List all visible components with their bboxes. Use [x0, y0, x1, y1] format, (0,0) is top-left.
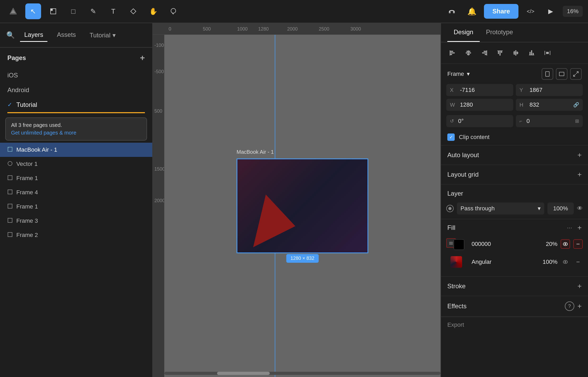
- logo-icon[interactable]: [5, 3, 21, 19]
- svg-rect-11: [8, 190, 12, 194]
- component-tool[interactable]: [125, 3, 141, 19]
- layer-item-frame1-a[interactable]: Frame 1: [0, 171, 152, 185]
- share-button[interactable]: Share: [484, 4, 518, 19]
- fill-swatch-container-black[interactable]: [446, 238, 465, 250]
- pen-tool[interactable]: ✎: [85, 3, 101, 19]
- align-top-button[interactable]: [494, 47, 506, 59]
- svg-rect-14: [8, 232, 12, 237]
- tab-design[interactable]: Design: [447, 23, 480, 42]
- text-tool[interactable]: T: [105, 3, 121, 19]
- upgrade-link[interactable]: Get unlimited pages & more: [11, 130, 76, 136]
- canvas-scrollbar[interactable]: [164, 372, 440, 375]
- headphone-icon[interactable]: [444, 3, 460, 19]
- scrollbar-track[interactable]: [164, 372, 440, 375]
- add-page-button[interactable]: +: [140, 53, 145, 63]
- canvas-area[interactable]: 0 500 1000 1280 2000 2500 3000 -1000 -50…: [153, 23, 440, 377]
- page-item-ios[interactable]: iOS: [0, 68, 152, 83]
- layer-item-frame3[interactable]: Frame 3: [0, 214, 152, 228]
- comment-tool[interactable]: [165, 3, 181, 19]
- canvas-inner[interactable]: MacBook Air - 1 1280 × 832: [164, 35, 440, 377]
- corner-value: 0: [527, 118, 530, 125]
- select-tool[interactable]: ↖: [25, 3, 41, 19]
- fill-remove-angular[interactable]: −: [573, 257, 583, 267]
- page-item-android[interactable]: Android: [0, 83, 152, 97]
- layer-item-frame4[interactable]: Frame 4: [0, 185, 152, 200]
- corner-handle-tl[interactable]: [237, 158, 242, 164]
- fill-options-icon[interactable]: ⋯: [567, 225, 572, 231]
- effects-add-button[interactable]: +: [577, 302, 582, 310]
- rotation-field[interactable]: ↺ 0°: [446, 115, 513, 127]
- expand-icon[interactable]: ⊞: [575, 118, 579, 124]
- stroke-add-button[interactable]: +: [577, 282, 582, 290]
- svg-line-45: [574, 74, 576, 76]
- right-panel-tabs: Design Prototype: [441, 23, 588, 42]
- chevron-down-icon: ▾: [112, 32, 116, 39]
- code-icon[interactable]: </>: [523, 3, 538, 19]
- frame-resize-button[interactable]: [570, 68, 582, 80]
- corner-handle-tr[interactable]: [363, 158, 368, 164]
- align-right-button[interactable]: [478, 47, 491, 59]
- layout-grid-header[interactable]: Layout grid +: [441, 165, 588, 184]
- play-icon[interactable]: ▶: [543, 3, 558, 19]
- distribute-h-button[interactable]: [541, 47, 554, 59]
- layer-mode-dropdown[interactable]: Pass through ▾: [457, 202, 544, 215]
- align-middle-button[interactable]: [509, 47, 522, 59]
- align-center-h-button[interactable]: [462, 47, 475, 59]
- layer-item-frame1-b[interactable]: Frame 1: [0, 200, 152, 214]
- h-field[interactable]: H 832 🔗: [516, 99, 583, 111]
- auto-layout-header[interactable]: Auto layout +: [441, 146, 588, 165]
- frame-landscape-button[interactable]: [556, 68, 567, 80]
- page-item-tutorial[interactable]: ✓ Tutorial: [0, 97, 152, 112]
- ruler-mark-neg500: -500: [154, 69, 164, 75]
- auto-layout-add[interactable]: +: [577, 151, 582, 159]
- effects-header[interactable]: Effects ? +: [441, 296, 588, 316]
- frame-type-dropdown[interactable]: Frame ▾: [447, 71, 470, 77]
- frame-title: Frame: [447, 71, 464, 77]
- frame-portrait-button[interactable]: [542, 68, 553, 80]
- notification-icon[interactable]: 🔔: [464, 3, 480, 19]
- clip-content-checkbox[interactable]: ✓: [447, 133, 455, 141]
- corner-handle-br[interactable]: [363, 248, 368, 253]
- tab-tutorial[interactable]: Tutorial ▾: [85, 29, 120, 42]
- ruler-mark-1000: 1000: [237, 26, 248, 32]
- x-field[interactable]: X -7116: [446, 84, 513, 96]
- layout-grid-add[interactable]: +: [577, 170, 582, 179]
- align-left-button[interactable]: [446, 47, 459, 59]
- layer-opacity-field[interactable]: 100%: [547, 202, 574, 215]
- right-panel: Design Prototype: [440, 23, 588, 377]
- scrollbar-thumb[interactable]: [217, 372, 270, 375]
- transform-tool[interactable]: [45, 3, 61, 19]
- auto-layout-title: Auto layout: [447, 151, 479, 159]
- fill-add-button[interactable]: +: [577, 224, 582, 232]
- shape-tool[interactable]: □: [65, 3, 81, 19]
- tab-assets[interactable]: Assets: [53, 28, 80, 42]
- corner-radius-field[interactable]: ⌐ 0 ⊞: [516, 115, 583, 127]
- stroke-header[interactable]: Stroke +: [441, 277, 588, 296]
- layer-item-vector1[interactable]: Vector 1: [0, 157, 152, 171]
- align-bottom-button[interactable]: [525, 47, 538, 59]
- fill-title: Fill: [447, 224, 455, 231]
- tab-layers[interactable]: Layers: [20, 28, 47, 42]
- link-icon[interactable]: 🔗: [573, 102, 579, 108]
- layer-section-header: Layer: [441, 185, 588, 202]
- rotation-grid: ↺ 0° ⌐ 0 ⊞: [441, 115, 588, 131]
- zoom-level[interactable]: 16%: [563, 6, 583, 17]
- fill-visibility-black[interactable]: [561, 239, 570, 249]
- tab-prototype[interactable]: Prototype: [480, 23, 520, 42]
- effects-help-icon[interactable]: ?: [565, 301, 574, 311]
- w-field[interactable]: W 1280: [446, 99, 513, 111]
- corner-handle-bl[interactable]: [237, 248, 242, 253]
- frame-preview[interactable]: [237, 158, 368, 253]
- layer-item-frame2[interactable]: Frame 2: [0, 228, 152, 242]
- layer-eye-button[interactable]: 👁: [577, 205, 583, 212]
- fill-swatch-container-angular[interactable]: [446, 256, 465, 268]
- search-icon[interactable]: 🔍: [6, 31, 15, 39]
- fill-visibility-angular[interactable]: [561, 257, 570, 267]
- svg-rect-16: [450, 52, 455, 53]
- layer-item-macbook[interactable]: MacBook Air - 1: [0, 143, 152, 157]
- y-field[interactable]: Y 1867: [516, 84, 583, 96]
- auto-layout-section: Auto layout +: [441, 146, 588, 165]
- fill-remove-black[interactable]: −: [573, 239, 583, 249]
- hand-tool[interactable]: ✋: [145, 3, 161, 19]
- left-panel: 🔍 Layers Assets Tutorial ▾ Pages + iOS A…: [0, 23, 153, 377]
